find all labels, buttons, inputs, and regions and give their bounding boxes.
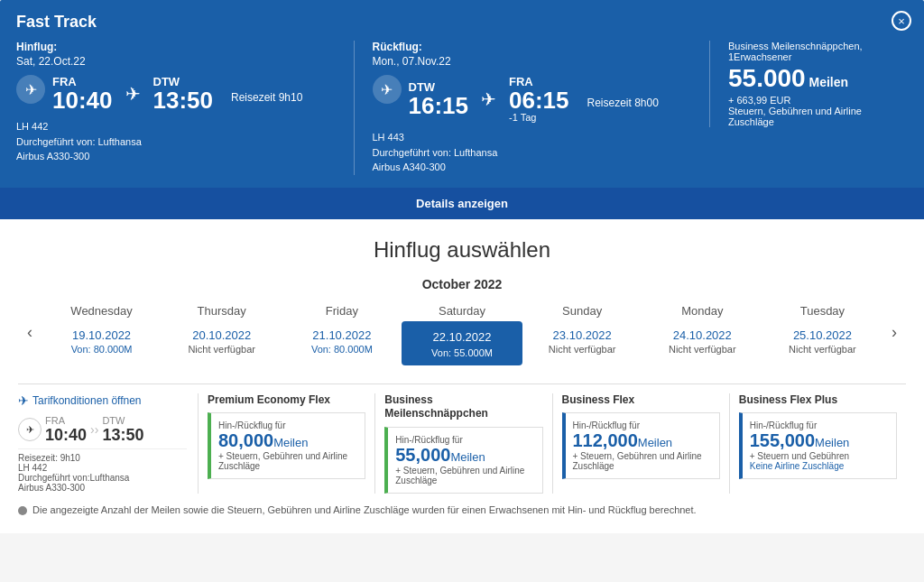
fare-origin-time: 10:40 — [45, 426, 87, 445]
fare-price-row: 155,000Meilen — [750, 430, 889, 451]
fare-hin-label: Hin-/Rückflug für — [218, 420, 357, 430]
tarifkonditionen-icon: ✈ — [18, 393, 29, 408]
modal-title: Fast Track — [16, 13, 908, 32]
inbound-date: Mon., 07.Nov.22 — [373, 55, 692, 68]
cal-day-name: Wednesday — [42, 300, 162, 321]
cal-price: Nicht verfügbar — [524, 344, 641, 358]
fare-class-col: Business Flex PlusHin-/Rückflug für155,0… — [730, 393, 906, 494]
fare-class-header: Premium Economy Flex — [208, 393, 365, 408]
outbound-date: Sat, 22.Oct.22 — [16, 55, 336, 68]
cal-day-name: Thursday — [162, 300, 282, 321]
outbound-operated-by: Durchgeführt von: Lufthansa — [16, 134, 336, 150]
info-dot-icon — [18, 506, 27, 515]
outbound-label: Hinflug: — [16, 41, 336, 53]
fare-class-col: Premium Economy FlexHin-/Rückflug für80,… — [199, 393, 375, 494]
modal: Fast Track × Hinflug: Sat, 22.Oct.22 ✈ F… — [0, 0, 924, 533]
flight-card-detail: Reisezeit: 9h10 LH 442 Durchgeführt von:… — [18, 448, 187, 493]
cal-date-cell[interactable]: 19.10.2022Von: 80.000M — [42, 321, 162, 365]
fare-price-unit: Meilen — [638, 436, 672, 449]
calendar-section: October 2022 ‹ WednesdayThursdayFridaySa… — [18, 277, 906, 365]
flight-card-times-row: ✈ FRA 10:40 ›› DTW 13:50 — [18, 415, 143, 445]
fare-price-unit: Meilen — [815, 436, 849, 449]
fare-sub: + Steuern, Gebühren und Airline Zuschläg… — [573, 451, 712, 471]
fare-price-unit: Meilen — [450, 450, 485, 464]
price-fees: + 663,99 EUR Steuern, Gebühren und Airli… — [728, 95, 908, 127]
outbound-arrow-icon: ✈ — [125, 83, 141, 105]
fare-price-box[interactable]: Hin-/Rückflug für155,000Meilen+ Steuern … — [739, 412, 897, 479]
flight-header: Fast Track × Hinflug: Sat, 22.Oct.22 ✈ F… — [0, 0, 924, 188]
inbound-dest: FRA 06:15 -1 Tag — [509, 75, 569, 123]
fare-price-row: 112,000Meilen — [573, 430, 712, 451]
main-content: Hinflug auswählen October 2022 ‹ Wednesd… — [0, 219, 924, 533]
fare-reisezeit: Reisezeit: 9h10 — [18, 453, 187, 463]
close-button[interactable]: × — [892, 11, 911, 31]
price-miles-row: 55.000 Meilen — [728, 66, 908, 91]
fare-dest-time: 13:50 — [102, 426, 143, 445]
fare-arrow: ›› — [90, 422, 98, 437]
fare-price-box[interactable]: Hin-/Rückflug für55,000Meilen+ Steuern, … — [384, 427, 542, 494]
calendar-grid: WednesdayThursdayFridaySaturdaySundayMon… — [42, 300, 882, 365]
calendar-next-button[interactable]: › — [882, 323, 906, 342]
fare-aircraft: Airbus A330-300 — [18, 483, 187, 493]
flight-card-times-col: ✈ FRA 10:40 ›› DTW 13:50 — [18, 415, 143, 445]
fare-price-big: 155,000 — [750, 430, 815, 450]
calendar-prev-button[interactable]: ‹ — [18, 323, 42, 342]
fare-class-col: Business MeilenschnäppchenHin-/Rückflug … — [375, 393, 552, 494]
tarifkonditionen-label: Tarifkonditionen öffnen — [32, 394, 142, 407]
inbound-dest-time: 06:15 — [509, 88, 569, 112]
tarifkonditionen-link[interactable]: ✈ Tarifkonditionen öffnen — [18, 393, 187, 408]
fare-sub: + Steuern, Gebühren und Airline Zuschläg… — [395, 466, 534, 485]
fare-hin-label: Hin-/Rückflug für — [573, 420, 712, 430]
cal-price: Nicht verfügbar — [644, 344, 761, 358]
price-description: Business Meilenschnäppchen, 1Erwachsener — [728, 41, 908, 62]
inbound-info: LH 443 Durchgeführt von: Lufthansa Airbu… — [373, 130, 692, 175]
cal-date-cell[interactable]: 24.10.2022Nicht verfügbar — [642, 321, 762, 365]
fare-dest-code: DTW — [102, 415, 143, 426]
inbound-plane-icon: ✈ — [373, 75, 402, 104]
fare-price-big: 80,000 — [218, 430, 273, 450]
price-fees-amount: + 663,99 EUR — [728, 95, 790, 106]
fare-classes-container: Premium Economy FlexHin-/Rückflug für80,… — [199, 393, 906, 494]
footer-note-text: Die angezeigte Anzahl der Meilen sowie d… — [32, 504, 697, 515]
cal-date: 25.10.2022 — [764, 325, 881, 344]
fare-info-col: ✈ Tarifkonditionen öffnen ✈ FRA 10:40 — [18, 393, 199, 494]
calendar-month: October 2022 — [18, 277, 906, 291]
fare-sub: + Steuern, Gebühren und Airline Zuschläg… — [218, 451, 357, 471]
cal-price: Von: 80.000M — [43, 344, 160, 358]
details-bar[interactable]: Details anzeigen — [0, 188, 924, 219]
price-miles-label: Meilen — [809, 75, 849, 89]
cal-date: 22.10.2022 — [403, 325, 520, 347]
inbound-times-block: DTW 16:15 ✈ FRA 06:15 -1 Tag Reisezeit 8… — [409, 75, 659, 126]
cal-date: 23.10.2022 — [524, 325, 641, 344]
inbound-times-outer: ✈ DTW 16:15 ✈ FRA 06:15 -1 Tag — [373, 75, 692, 126]
cal-date: 21.10.2022 — [283, 325, 400, 344]
outbound-dest-time: 13:50 — [153, 88, 214, 112]
fare-price-big: 112,000 — [573, 430, 638, 450]
outbound-origin: FRA 10:40 — [52, 75, 113, 112]
inbound-label: Rückflug: — [373, 41, 692, 53]
cal-date-cell[interactable]: 20.10.2022Nicht verfügbar — [162, 321, 282, 365]
cal-day-name: Sunday — [522, 300, 642, 321]
cal-date: 24.10.2022 — [644, 325, 761, 344]
fare-hin-label: Hin-/Rückflug für — [395, 435, 534, 445]
cal-date-cell[interactable]: 22.10.2022Von: 55.000M — [402, 321, 522, 365]
cal-price: Nicht verfügbar — [764, 344, 881, 358]
price-segment: Business Meilenschnäppchen, 1Erwachsener… — [709, 41, 908, 127]
cal-date-cell[interactable]: 25.10.2022Nicht verfügbar — [762, 321, 882, 365]
inbound-aircraft: Airbus A340-300 — [373, 160, 692, 175]
fare-origin-block: FRA 10:40 — [45, 415, 87, 445]
cal-date-cell[interactable]: 23.10.2022Nicht verfügbar — [522, 321, 642, 365]
fare-price-row: 80,000Meilen — [218, 430, 357, 451]
cal-date-cell[interactable]: 21.10.2022Von: 80.000M — [282, 321, 402, 365]
inbound-flight-number: LH 443 — [373, 130, 692, 145]
flight-card-small: ✈ FRA 10:40 ›› DTW 13:50 — [18, 415, 187, 445]
cal-price: Von: 80.000M — [283, 344, 400, 358]
fare-price-box[interactable]: Hin-/Rückflug für80,000Meilen+ Steuern, … — [208, 412, 365, 479]
calendar-nav: ‹ WednesdayThursdayFridaySaturdaySundayM… — [18, 300, 906, 365]
fare-dest-block: DTW 13:50 — [102, 415, 143, 445]
fare-section: ✈ Tarifkonditionen öffnen ✈ FRA 10:40 — [18, 383, 906, 494]
outbound-times-row: FRA 10:40 ✈ DTW 13:50 Reisezeit 9h10 — [52, 75, 302, 112]
footer-note: Die angezeigte Anzahl der Meilen sowie d… — [18, 504, 906, 515]
inbound-reisezeit: Reisezeit 8h00 — [587, 89, 659, 109]
fare-price-box[interactable]: Hin-/Rückflug für112,000Meilen+ Steuern,… — [562, 412, 720, 479]
